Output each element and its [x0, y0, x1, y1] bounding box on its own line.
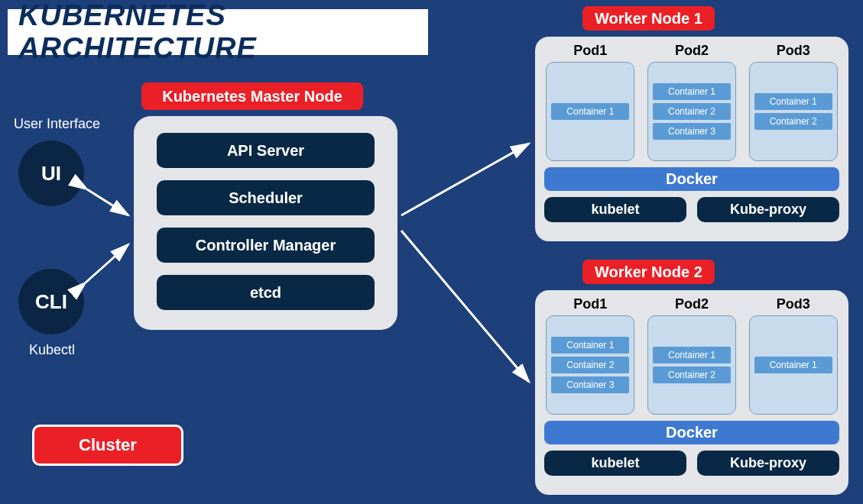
master-node-title: Kubernetes Master Node — [141, 82, 363, 110]
worker1-pods-row: Pod1 Container 1 Pod2 Container 1 Contai… — [544, 43, 839, 161]
container-bar: Container 2 — [653, 103, 731, 120]
worker2-pod2-box: Container 1 Container 2 — [647, 315, 736, 415]
container-bar: Container 2 — [653, 367, 731, 383]
cli-circle: CLI — [18, 269, 84, 334]
controller-manager: Controller Manager — [157, 228, 375, 263]
container-bar: Container 1 — [653, 83, 731, 100]
worker2-pod2-label: Pod2 — [675, 296, 709, 312]
worker2-docker: Docker — [544, 421, 839, 444]
worker2-kubeproxy: Kube-proxy — [697, 451, 839, 476]
worker1-pod1-col: Pod1 Container 1 — [544, 43, 637, 161]
ui-circle: UI — [18, 141, 84, 206]
worker-node-2: Pod1 Container 1 Container 2 Container 3… — [535, 290, 848, 495]
worker2-pod3-col: Pod3 Container 1 — [747, 296, 839, 415]
worker2-kl-row: kubelet Kube-proxy — [544, 451, 839, 476]
container-bar: Container 1 — [754, 93, 832, 110]
worker1-pod2-col: Pod2 Container 1 Container 2 Container 3 — [646, 43, 738, 161]
svg-line-0 — [87, 189, 128, 215]
cluster-badge: Cluster — [32, 425, 183, 466]
worker2-pod2-col: Pod2 Container 1 Container 2 — [646, 296, 738, 415]
kubectl-label: Kubectl — [29, 342, 75, 358]
worker1-pod2-box: Container 1 Container 2 Container 3 — [647, 62, 736, 161]
svg-line-2 — [401, 144, 529, 215]
worker1-pod1-label: Pod1 — [573, 43, 607, 59]
worker1-pod3-box: Container 1 Container 2 — [749, 62, 838, 161]
scheduler: Scheduler — [157, 180, 375, 215]
worker2-pod3-label: Pod3 — [777, 296, 810, 312]
container-bar: Container 2 — [551, 357, 629, 373]
cli-circle-text: CLI — [35, 290, 67, 314]
svg-line-1 — [86, 244, 128, 283]
worker2-pod1-box: Container 1 Container 2 Container 3 — [546, 315, 634, 415]
worker1-pod3-col: Pod3 Container 1 Container 2 — [747, 43, 839, 161]
worker2-pod3-box: Container 1 — [749, 315, 838, 415]
container-bar: Container 1 — [551, 103, 629, 120]
worker2-pods-row: Pod1 Container 1 Container 2 Container 3… — [544, 296, 839, 415]
etcd: etcd — [157, 275, 375, 310]
master-node-box: API Server Scheduler Controller Manager … — [134, 116, 397, 330]
worker1-docker: Docker — [544, 167, 839, 191]
user-interface-label: User Interface — [14, 116, 100, 132]
worker2-pod1-label: Pod1 — [573, 296, 607, 312]
worker1-kl-row: kubelet Kube-proxy — [544, 197, 839, 222]
worker1-kubelet: kubelet — [544, 197, 686, 222]
container-bar: Container 1 — [754, 357, 832, 373]
worker1-kubeproxy: Kube-proxy — [697, 197, 839, 222]
container-bar: Container 2 — [754, 113, 832, 130]
worker1-pod1-box: Container 1 — [546, 62, 634, 161]
api-server: API Server — [157, 133, 375, 168]
svg-line-3 — [401, 231, 529, 382]
worker2-kubelet: kubelet — [544, 451, 686, 476]
container-bar: Container 1 — [653, 347, 731, 363]
worker-node-2-title: Worker Node 2 — [582, 260, 715, 284]
worker2-pod1-col: Pod1 Container 1 Container 2 Container 3 — [544, 296, 637, 415]
title-text: KUBERNETES ARCHITECTURE — [18, 0, 428, 65]
ui-circle-text: UI — [41, 162, 61, 186]
container-bar: Container 3 — [551, 376, 629, 393]
title-box: KUBERNETES ARCHITECTURE — [8, 9, 428, 55]
worker-node-1-title: Worker Node 1 — [582, 6, 715, 31]
container-bar: Container 1 — [551, 337, 629, 354]
worker1-pod2-label: Pod2 — [675, 43, 709, 59]
container-bar: Container 3 — [653, 123, 731, 140]
worker-node-1: Pod1 Container 1 Pod2 Container 1 Contai… — [535, 37, 848, 241]
worker1-pod3-label: Pod3 — [777, 43, 810, 59]
